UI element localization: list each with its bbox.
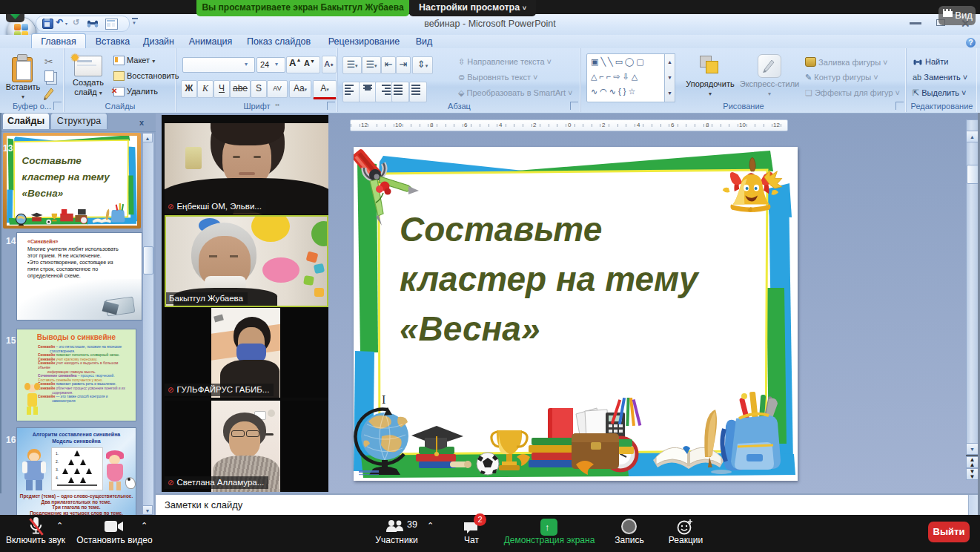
svg-text:3.: 3. (56, 467, 59, 472)
svg-text:«Весна»: «Весна» (22, 188, 64, 199)
svg-text:2.: 2. (56, 459, 59, 464)
svg-text:1.: 1. (56, 451, 59, 456)
svg-text:Составьте: Составьте (400, 210, 602, 249)
svg-text:«Весна»: «Весна» (400, 309, 540, 348)
svg-text:кластер на тему: кластер на тему (22, 171, 111, 183)
svg-text:4.: 4. (56, 476, 59, 480)
svg-text:Составьте: Составьте (22, 155, 82, 166)
svg-text:кластер на тему: кластер на тему (400, 260, 700, 298)
